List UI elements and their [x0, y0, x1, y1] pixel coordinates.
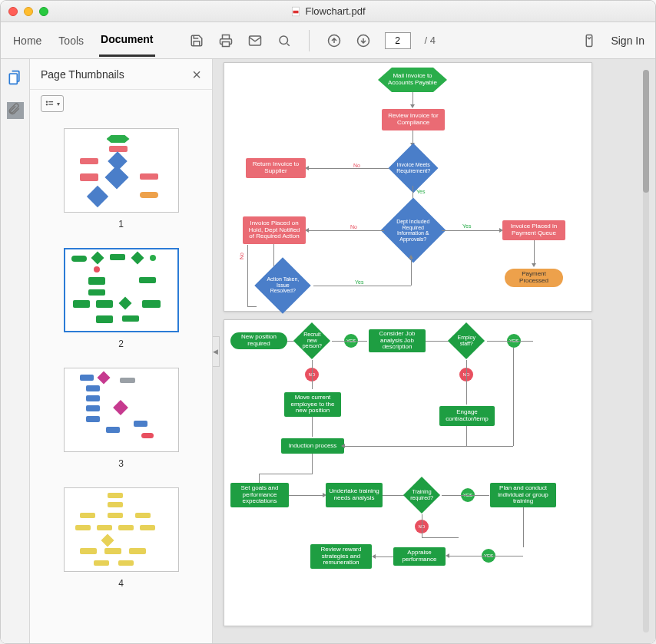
flowchart-process: Review reward strategies and remuneratio…	[310, 544, 372, 569]
window-close-button[interactable]	[8, 7, 18, 16]
document-page: Mail Invoice to Accounts Payable Review …	[224, 62, 592, 312]
thumbnail-item[interactable]: 2	[30, 248, 212, 349]
thumbnail-number: 1	[118, 219, 124, 230]
flowchart-start: Mail Invoice to Accounts Payable	[378, 68, 447, 92]
svg-point-9	[46, 104, 47, 105]
flowchart-process: Invoice Placed in Payment Queue	[502, 220, 565, 240]
vertical-scrollbar[interactable]	[643, 70, 649, 632]
page-up-icon[interactable]	[326, 33, 342, 48]
flowchart-terminator: Payment Processed	[505, 269, 563, 287]
flowchart-decision: Action Taken, Issue Resolved?	[254, 257, 311, 314]
svg-point-4	[280, 36, 288, 45]
flowchart-process: Undertake training needs analysis	[326, 483, 383, 507]
flowchart-decision: Employ staff?	[448, 322, 485, 359]
flowchart-label-no: No	[350, 224, 357, 230]
search-icon[interactable]	[277, 33, 292, 48]
flowchart-process: Appraise performance	[393, 547, 446, 566]
thumbnail-number: 4	[118, 578, 124, 589]
document-viewer: ◀ Mail Invoice to Accounts Payable Revie…	[213, 59, 655, 643]
flowchart-label-no: No	[353, 163, 360, 168]
svg-rect-0	[293, 7, 300, 16]
window-zoom-button[interactable]	[39, 7, 48, 16]
thumbnail-item[interactable]: 3	[30, 368, 212, 469]
close-thumbnails-icon[interactable]: ×	[192, 67, 201, 82]
flowchart-process: Consider Job analysis Job description	[369, 329, 426, 352]
sign-in-button[interactable]: Sign In	[611, 35, 644, 47]
svg-point-8	[46, 101, 47, 102]
flowchart-decision: Dept Included Required Information & App…	[381, 198, 446, 263]
flowchart-decision: Recruit new person?	[293, 322, 330, 359]
flowchart-label-yes: Yes	[416, 189, 425, 194]
thumbnail-item[interactable]: 4	[30, 487, 212, 589]
page-total: / 4	[425, 35, 436, 46]
mobile-icon[interactable]	[581, 33, 597, 48]
tab-document[interactable]: Document	[99, 24, 154, 57]
email-icon[interactable]	[247, 33, 263, 48]
thumbnail-item[interactable]: 1	[30, 128, 212, 230]
flowchart-process: Engage contractor/temp	[439, 406, 495, 426]
flowchart-process: Invoice Placed on Hold, Dept Notified of…	[243, 216, 306, 244]
flowchart-process: Return Invoice to Supplier	[246, 158, 306, 178]
thumbnails-panel: Page Thumbnails × ▾	[30, 59, 213, 643]
flowchart-label-no: No	[239, 253, 244, 259]
svg-rect-1	[293, 10, 299, 12]
titlebar: Flowchart.pdf	[1, 1, 655, 22]
left-rail	[1, 59, 30, 643]
flowchart-process: Induction process	[281, 438, 344, 454]
svg-rect-7	[587, 35, 593, 46]
print-icon[interactable]	[218, 33, 234, 48]
save-icon[interactable]	[189, 33, 204, 48]
page-number-input[interactable]	[385, 32, 411, 49]
viewer-scroll[interactable]: Mail Invoice to Accounts Payable Review …	[213, 59, 655, 643]
flowchart-process: Set goals and performance expectations	[230, 483, 289, 507]
document-page: New position required Recruit new person…	[224, 319, 592, 626]
page-down-icon[interactable]	[356, 33, 371, 48]
window-title: Flowchart.pdf	[1, 5, 655, 17]
thumbnail-options-button[interactable]: ▾	[41, 95, 64, 112]
tab-tools[interactable]: Tools	[57, 25, 85, 56]
toolbar: Home Tools Document / 4 Sign In	[1, 22, 655, 59]
flowchart-decision: Training required?	[403, 477, 440, 514]
flowchart-process: Plan and conduct individual or group tra…	[490, 483, 556, 507]
flowchart-decision: Invoice Meets Requirement?	[388, 143, 438, 193]
thumbnails-header: Page Thumbnails	[41, 68, 124, 81]
flowchart-label-yes: Yes	[355, 279, 363, 285]
thumbnail-number: 2	[118, 339, 124, 349]
attachments-rail-icon[interactable]	[7, 102, 24, 119]
thumbnail-list: 1	[30, 117, 212, 643]
thumbnail-number: 3	[118, 458, 124, 469]
tab-home[interactable]: Home	[12, 25, 43, 56]
thumbnails-rail-icon[interactable]	[7, 70, 24, 87]
window-minimize-button[interactable]	[24, 7, 33, 16]
pdf-icon	[290, 6, 301, 17]
flowchart-process: Review Invoice for Compliance	[382, 109, 445, 130]
svg-rect-2	[222, 41, 229, 46]
scrollbar-thumb[interactable]	[643, 70, 649, 193]
flowchart-terminator: New position required	[230, 332, 287, 349]
flowchart-label-yes: Yes	[462, 223, 471, 229]
flowchart-process: Move current employee to the new positio…	[284, 392, 341, 417]
